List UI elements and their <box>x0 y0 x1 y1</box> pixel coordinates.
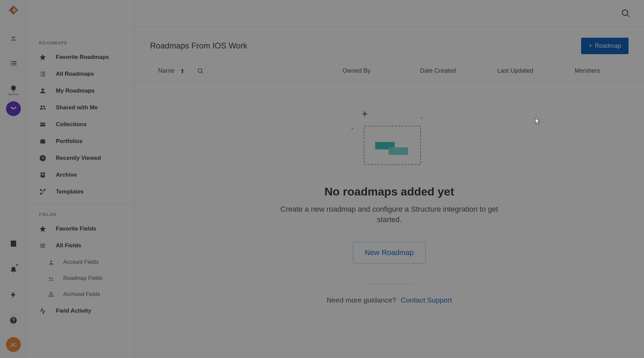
new-roadmap-button[interactable]: + Roadmap <box>581 38 629 54</box>
star-icon <box>39 53 46 61</box>
contacts-icon <box>9 240 17 248</box>
activity-icon <box>39 307 46 315</box>
sort-asc-icon[interactable] <box>179 68 186 74</box>
sidebar-section-fields: FIELDS <box>27 209 134 220</box>
avatar-initials: JC <box>10 342 16 348</box>
topbar <box>135 0 644 27</box>
sidebar-item-label: Shared with Me <box>56 104 98 111</box>
th-date-created[interactable]: Date Created <box>420 67 497 74</box>
people-icon <box>39 104 46 111</box>
sidebar-divider <box>27 204 134 205</box>
search-icon[interactable] <box>621 9 631 18</box>
sidebar-item-all-roadmaps[interactable]: All Roadmaps <box>27 66 134 82</box>
rail-notifications[interactable] <box>6 262 21 277</box>
plus-icon: + <box>588 43 592 49</box>
user-avatar[interactable]: JC <box>6 337 21 352</box>
sidebar-item-label: All Roadmaps <box>56 71 94 77</box>
sidebar-item-collections[interactable]: Collections <box>27 116 134 133</box>
guidance-row: Need more guidance? Contact Support <box>327 296 452 304</box>
roadmap-field-icon <box>48 275 55 282</box>
th-members[interactable]: Members <box>575 67 629 74</box>
sidebar-item-label: All Fields <box>56 242 81 249</box>
list-bullets-icon <box>39 70 46 78</box>
th-name[interactable]: Name <box>158 67 174 74</box>
sidebar-item-templates[interactable]: Templates <box>27 183 134 200</box>
rail-contacts[interactable] <box>6 236 21 251</box>
sidebar-item-recently-viewed[interactable]: Recently Viewed <box>27 150 134 167</box>
lightning-icon <box>9 291 17 299</box>
rail-help[interactable] <box>6 313 21 328</box>
rail-inbox[interactable] <box>6 30 21 45</box>
app-logo[interactable] <box>8 5 19 15</box>
sidebar-item-label: Templates <box>56 188 84 195</box>
sidebar-item-favorite-fields[interactable]: Favorite Fields <box>27 220 134 237</box>
sidebar-item-account-fields[interactable]: Account Fields <box>27 254 134 270</box>
sidebar-item-label: Portfolios <box>56 138 82 145</box>
help-icon <box>9 316 17 324</box>
app-root: ALPHA JC ROADMAPS Favorite Roadmaps <box>0 0 644 358</box>
empty-illustration <box>352 108 426 168</box>
person-icon <box>39 87 46 95</box>
empty-title: No roadmaps added yet <box>324 185 454 198</box>
archive-icon <box>39 171 46 179</box>
empty-new-roadmap-button[interactable]: New Roadmap <box>353 242 426 263</box>
table-header: Name Owned By Date Created Last Updated … <box>135 63 644 81</box>
page-header: Roadmaps From IOS Work + Roadmap <box>135 27 644 63</box>
roadmap-icon <box>9 105 17 113</box>
sidebar-item-label: Collections <box>56 121 87 128</box>
empty-description: Create a new roadmap and configure a Str… <box>268 204 510 225</box>
sidebar-item-portfolios[interactable]: Portfolios <box>27 133 134 150</box>
briefcase-icon <box>39 138 46 145</box>
th-last-updated[interactable]: Last Updated <box>497 67 575 74</box>
lightbulb-icon <box>9 85 17 93</box>
sidebar-item-shared-with-me[interactable]: Shared with Me <box>27 99 134 116</box>
clock-icon <box>39 154 46 162</box>
search-column-icon[interactable] <box>197 68 204 74</box>
account-field-icon <box>48 259 55 265</box>
sidebar-item-favorite-roadmaps[interactable]: Favorite Roadmaps <box>27 49 134 66</box>
contact-support-link[interactable]: Contact Support <box>401 296 452 304</box>
sidebar-item-label: Archived Fields <box>63 291 100 297</box>
sidebar-item-label: Account Fields <box>63 259 99 265</box>
star-icon <box>39 225 46 232</box>
sidebar-item-field-activity[interactable]: Field Activity <box>27 302 134 319</box>
rail-tasks[interactable] <box>6 56 21 71</box>
sidebar-item-label: Roadmap Fields <box>63 275 103 281</box>
sidebar-item-archived-fields[interactable]: Archived Fields <box>27 286 134 302</box>
collections-icon <box>39 121 46 128</box>
svg-point-0 <box>351 128 353 129</box>
sidebar-item-my-roadmaps[interactable]: My Roadmaps <box>27 82 134 99</box>
bell-icon <box>9 265 17 273</box>
sidebar-item-label: Recently Viewed <box>56 155 101 162</box>
empty-separator <box>366 284 413 284</box>
rail-roadmaps[interactable] <box>6 101 21 116</box>
archived-field-icon <box>48 291 55 298</box>
sidebar-item-label: Field Activity <box>56 308 91 314</box>
empty-state: No roadmaps added yet Create a new roadm… <box>135 81 644 358</box>
sidebar-item-roadmap-fields[interactable]: Roadmap Fields <box>27 270 134 286</box>
sidebar-item-archive[interactable]: Archive <box>27 167 134 183</box>
th-owned-by[interactable]: Owned By <box>343 67 420 74</box>
guidance-text: Need more guidance? <box>327 296 396 304</box>
sidebar-item-all-fields[interactable]: All Fields <box>27 237 134 254</box>
download-icon <box>9 34 17 42</box>
new-roadmap-button-label: Roadmap <box>595 42 621 49</box>
page-title: Roadmaps From IOS Work <box>150 41 581 50</box>
sidebar-item-label: Favorite Roadmaps <box>56 54 109 61</box>
templates-icon <box>39 188 46 195</box>
main-content: Roadmaps From IOS Work + Roadmap Name Ow… <box>135 0 644 358</box>
notification-dot <box>16 264 18 266</box>
icon-rail: ALPHA JC <box>0 0 27 358</box>
rail-activity[interactable] <box>6 287 21 302</box>
sidebar-item-label: My Roadmaps <box>56 87 95 94</box>
rail-alpha[interactable]: ALPHA <box>6 76 21 96</box>
sidebar-panel: ROADMAPS Favorite Roadmaps All Roadmaps … <box>27 0 135 358</box>
sidebar-item-label: Archive <box>56 172 77 178</box>
sidebar-section-roadmaps: ROADMAPS <box>27 37 134 49</box>
list-icon <box>9 59 17 67</box>
sidebar-item-label: Favorite Fields <box>56 225 96 232</box>
menu-icon <box>39 242 46 249</box>
